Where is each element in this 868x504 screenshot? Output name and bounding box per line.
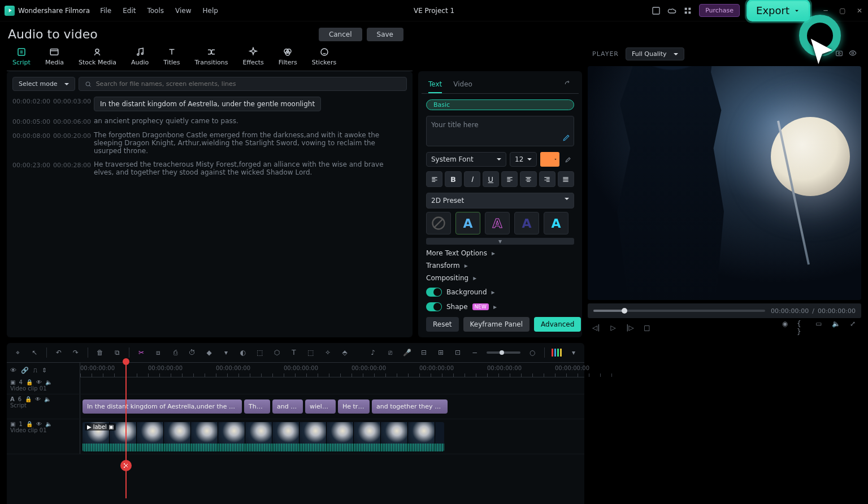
menu-help[interactable]: Help [203, 7, 218, 15]
preset-4[interactable]: A [544, 212, 568, 234]
preset-2[interactable]: A [485, 212, 510, 234]
tab-media[interactable]: Media [40, 46, 70, 67]
marker-icon[interactable]: ▾ [221, 349, 231, 357]
align-left-button[interactable] [501, 171, 518, 187]
mic-icon[interactable]: 🎤 [402, 349, 412, 357]
bold-button[interactable]: B [445, 171, 461, 187]
keyframe-icon[interactable]: ◆ [204, 349, 214, 357]
screenshot-icon[interactable] [652, 6, 661, 15]
keyframe-panel-button[interactable]: Keyframe Panel [463, 317, 530, 332]
cut-icon[interactable]: ✂ [136, 349, 146, 357]
search-input[interactable] [96, 80, 401, 88]
menu-edit[interactable]: Edit [123, 7, 136, 15]
link-icon[interactable]: 🔗 [21, 367, 29, 374]
playback-scrubber[interactable]: 00:00:00:00 / 00:00:00:00 [588, 303, 861, 318]
color-scopes-icon[interactable] [552, 349, 562, 357]
advanced-button[interactable]: Advanced [534, 317, 581, 332]
text-tool-icon[interactable]: T [289, 349, 299, 357]
track-content[interactable] [80, 377, 584, 394]
compositing-section[interactable]: Compositing▸ [426, 274, 574, 282]
tool-h[interactable]: ⊞ [436, 349, 446, 357]
purchase-button[interactable]: Purchase [699, 4, 740, 17]
snapshot-icon[interactable] [835, 49, 843, 59]
minimize-icon[interactable]: ─ [822, 7, 830, 15]
audio-tool-icon[interactable]: ♪ [368, 349, 378, 357]
lock-icon[interactable]: ⎍ [33, 367, 37, 374]
indent-left-button[interactable] [426, 171, 442, 187]
menu-file[interactable]: File [100, 7, 111, 15]
group-icon[interactable]: ⧈ [153, 349, 163, 357]
crop-icon[interactable]: ⧉ [112, 349, 122, 357]
tool-i[interactable]: ⊡ [453, 349, 463, 357]
track-content[interactable]: ▶ label ▣ [80, 419, 584, 454]
hide-track-icon[interactable]: 🔈 [44, 396, 51, 402]
tab-audio[interactable]: Audio [125, 46, 154, 67]
script-clip[interactable]: and together they stood agai… [372, 399, 448, 414]
save-button[interactable]: Save [367, 28, 403, 41]
edit-pen-icon[interactable] [562, 134, 570, 144]
tool-a[interactable]: ◐ [238, 349, 248, 357]
undo-icon[interactable]: ↶ [54, 349, 64, 357]
scopes-menu-icon[interactable]: ▾ [568, 349, 579, 357]
track-header[interactable]: ▣4 🔒👁🔈 Video clip 01 [7, 377, 80, 394]
loop-icon[interactable]: { } [797, 320, 807, 336]
apps-icon[interactable] [683, 6, 692, 15]
mute-track-icon[interactable]: 👁 [35, 396, 41, 402]
font-size-input[interactable]: 12 [510, 152, 537, 167]
lock-track-icon[interactable]: 🔒 [26, 379, 33, 385]
2d-preset-select[interactable]: 2D Preset [426, 193, 574, 208]
align-justify-button[interactable] [558, 171, 574, 187]
next-frame-icon[interactable]: |▷ [625, 324, 635, 332]
mute-track-icon[interactable]: 👁 [36, 379, 42, 385]
preview-viewport[interactable] [588, 66, 861, 300]
script-row[interactable]: 00:00:23:00 00:00:28:00 He traversed the… [12, 160, 407, 176]
hide-track-icon[interactable]: 🔈 [45, 421, 52, 427]
cloud-icon[interactable] [667, 6, 676, 15]
tool-c[interactable]: ⬡ [272, 349, 282, 357]
shape-toggle[interactable] [426, 302, 442, 311]
hide-track-icon[interactable]: 🔈 [45, 379, 52, 385]
tab-effects[interactable]: Effects [237, 46, 269, 67]
delete-icon[interactable]: 🗑 [95, 349, 105, 357]
track-header[interactable]: A6 🔒👁🔈 Script [7, 394, 80, 419]
tab-video[interactable]: Video [453, 77, 472, 93]
tab-filters[interactable]: Filters [273, 46, 303, 67]
expand-icon[interactable]: ⇕ [42, 367, 47, 374]
mute-track-icon[interactable]: 👁 [36, 421, 42, 427]
menu-view[interactable]: View [175, 7, 191, 15]
cancel-button[interactable]: Cancel [319, 28, 362, 41]
search-field[interactable] [79, 77, 407, 91]
script-row[interactable]: 00:00:08:00 00:00:20:00 The forgotten Dr… [12, 131, 407, 155]
prev-frame-icon[interactable]: ◁| [591, 324, 601, 332]
export-button[interactable]: Export [747, 0, 810, 21]
track-content[interactable]: In the distant kingdom of Aestrella,unde… [80, 394, 584, 419]
pointer-icon[interactable]: ↖ [29, 349, 40, 357]
preset-expand[interactable]: ▾ [426, 238, 574, 245]
track-header[interactable]: ▣1 🔒👁🔈 Video clip 01 [7, 419, 80, 454]
tab-transitions[interactable]: Transitions [189, 46, 234, 67]
underline-button[interactable]: U [483, 171, 499, 187]
tab-text[interactable]: Text [428, 77, 442, 93]
preset-none[interactable] [426, 212, 451, 234]
more-text-options[interactable]: More Text Options▸ [426, 249, 574, 257]
record-icon[interactable]: ◉ [780, 320, 790, 336]
script-clip[interactable]: He travers… [338, 399, 370, 414]
script-row[interactable]: 00:00:05:00 00:00:06:00 an ancient proph… [12, 117, 407, 125]
italic-button[interactable]: I [464, 171, 480, 187]
timeline-ruler[interactable]: 00:00:00:0000:00:00:0000:00:00:0000:00:0… [80, 363, 584, 377]
font-family-select[interactable]: System Font [426, 152, 506, 167]
script-clip[interactable]: The fo… [244, 399, 270, 414]
play-icon[interactable]: ▷ [608, 324, 618, 332]
mixer-icon[interactable]: ⎚ [385, 349, 395, 357]
fullscreen-icon[interactable]: ⤢ [848, 320, 858, 336]
tool-e[interactable]: ✧ [323, 349, 333, 357]
redo-icon[interactable]: ↷ [71, 349, 81, 357]
menu-tools[interactable]: Tools [147, 7, 164, 15]
script-clip[interactable]: and with i… [272, 399, 303, 414]
volume-icon[interactable]: 🔈 [831, 320, 841, 336]
tool-d[interactable]: ⬚ [306, 349, 316, 357]
preset-3[interactable]: A [514, 212, 539, 234]
transform-section[interactable]: Transform▸ [426, 262, 574, 270]
tab-stickers[interactable]: Stickers [306, 46, 342, 67]
title-text-input[interactable]: Your title here [426, 116, 574, 146]
